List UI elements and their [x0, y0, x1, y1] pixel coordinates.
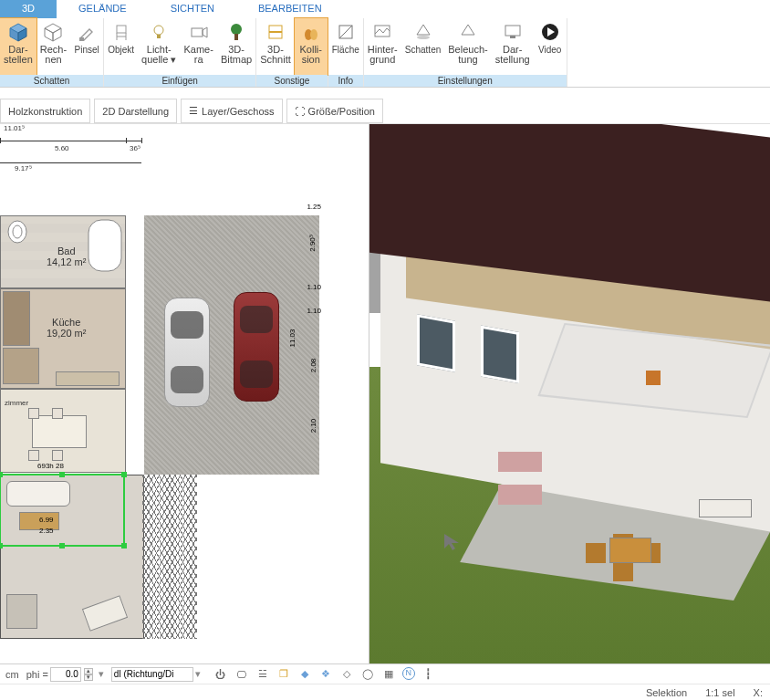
slice-icon	[265, 21, 286, 43]
workspace: 11.01⁵ 5.60 36⁵ 9.17⁵ Bad14,12 m² Küche1…	[0, 124, 770, 663]
layers-icon[interactable]: ☱	[255, 667, 270, 682]
btn-kamera[interactable]: Kame- ra	[180, 18, 216, 75]
dimensions-top: 11.01⁵ 5.60 36⁵ 9.17⁵	[0, 124, 369, 179]
hatch-area	[142, 475, 197, 639]
selection-box[interactable]	[0, 474, 125, 547]
car-silver-icon	[164, 298, 210, 407]
area-icon	[335, 21, 357, 43]
btn-groesse-position[interactable]: ⛶Größe/Position	[286, 99, 383, 123]
btn-lichtquelle[interactable]: Licht- quelle ▾	[138, 18, 180, 75]
dropdown-icon[interactable]: ▾	[99, 668, 104, 680]
tab-bearbeiten[interactable]: BEARBEITEN	[236, 0, 344, 18]
window-icon	[481, 326, 519, 383]
svg-marker-3	[45, 24, 61, 33]
scale-label: 1:1 sel	[705, 687, 734, 698]
shadow-icon	[412, 21, 434, 43]
toilet-icon	[5, 218, 37, 246]
light-icon	[457, 21, 479, 43]
btn-pinsel[interactable]: Pinsel	[70, 18, 103, 75]
btn-flaeche[interactable]: Fläche	[328, 18, 363, 75]
chair-icon	[613, 561, 633, 581]
group-sonstige: 3D- Schnitt Kolli- sion Sonstige	[256, 18, 328, 87]
svg-rect-13	[192, 28, 203, 37]
power-icon[interactable]: ⏻	[213, 667, 228, 682]
btn-holzkonstruktion[interactable]: Holzkonstruktion	[0, 99, 90, 123]
svg-point-11	[154, 26, 163, 35]
secondary-toolbar: Holzkonstruktion 2D Darstellung ☰Layer/G…	[0, 99, 770, 124]
floorplan-view[interactable]: 11.01⁵ 5.60 36⁵ 9.17⁵ Bad14,12 m² Küche1…	[0, 124, 369, 663]
bathtub-icon	[87, 218, 123, 273]
parking-area: 1.25 2.90⁵ 1.10 1.10 2.08 2.10 11.03	[144, 215, 319, 475]
3d-view[interactable]	[369, 124, 770, 663]
chair-icon	[586, 543, 606, 563]
phi-label: phi =	[26, 669, 48, 680]
monitor-icon[interactable]: 🖵	[234, 667, 249, 682]
group-label-einstellungen: Einstellungen	[364, 75, 567, 87]
background-icon	[371, 21, 393, 43]
tree-icon	[225, 21, 247, 43]
cube-outline-icon	[42, 21, 64, 43]
svg-marker-31	[444, 534, 459, 550]
tab-3d[interactable]: 3D	[0, 0, 57, 18]
btn-objekt[interactable]: Objekt	[104, 18, 138, 75]
svg-rect-6	[79, 37, 84, 41]
svg-marker-4	[45, 28, 53, 41]
chair-icon	[110, 21, 132, 43]
btn-layer-geschoss[interactable]: ☰Layer/Geschoss	[181, 99, 282, 123]
phi-input[interactable]	[50, 667, 81, 682]
menu-tabs: 3D GELÄNDE SICHTEN BEARBEITEN	[0, 0, 770, 18]
svg-rect-16	[234, 34, 238, 40]
ribbon: Dar- stellen Rech- nen Pinsel Schatten O…	[0, 18, 770, 88]
svg-point-28	[8, 221, 26, 243]
btn-schatten[interactable]: Schatten	[401, 18, 444, 75]
btn-rechnen[interactable]: Rech- nen	[36, 18, 70, 75]
circle-icon[interactable]: ◯	[360, 667, 375, 682]
statusbar-tools: ⏻ 🖵 ☱ ❐ ◆ ❖ ◇ ◯ ▦ N ┇	[213, 667, 436, 682]
group-label-sonstige: Sonstige	[256, 75, 328, 87]
btn-hintergrund[interactable]: Hinter- grund	[364, 18, 401, 75]
svg-rect-25	[510, 36, 515, 38]
tab-gelaende[interactable]: GELÄNDE	[57, 0, 149, 18]
svg-rect-30	[88, 220, 121, 271]
btn-beleuchtung[interactable]: Beleuch- tung	[444, 18, 491, 75]
svg-marker-5	[53, 28, 61, 41]
brush-icon	[76, 21, 98, 43]
svg-point-15	[231, 24, 242, 35]
btn-2d-darstellung[interactable]: 2D Darstellung	[94, 99, 177, 123]
diamonds-icon[interactable]: ❖	[318, 667, 333, 682]
group-einstellungen: Hinter- grund Schatten Beleuch- tung Dar…	[364, 18, 567, 87]
collision-icon	[300, 21, 322, 43]
diamond-outline-icon[interactable]: ◇	[339, 667, 354, 682]
btn-3d-schnitt[interactable]: 3D- Schnitt	[256, 18, 295, 75]
group-label-einfuegen: Einfügen	[104, 75, 255, 87]
selektion-label: Selektion	[646, 687, 687, 698]
btn-3d-bitmap[interactable]: 3D- Bitmap	[217, 18, 255, 75]
tab-sichten[interactable]: SICHTEN	[149, 0, 236, 18]
status-bar-2: Selektion 1:1 sel X:	[0, 684, 770, 700]
monitor-icon	[502, 21, 524, 43]
btn-video[interactable]: Video	[534, 18, 567, 75]
group-info: Fläche Info	[328, 18, 364, 87]
diamond-icon[interactable]: ◆	[297, 667, 312, 682]
grid-icon[interactable]: ▦	[381, 667, 396, 682]
north-icon[interactable]: N	[402, 667, 415, 680]
dl-input[interactable]	[111, 667, 193, 682]
unit-label: cm	[5, 669, 19, 680]
svg-rect-24	[505, 26, 520, 36]
floorplan-lower: 6.99 2.35	[0, 475, 144, 639]
stack-icon[interactable]: ❐	[276, 667, 291, 682]
btn-kollision[interactable]: Kolli- sion	[295, 18, 328, 75]
dropdown-icon[interactable]: ▾	[195, 668, 201, 680]
group-einfuegen: Objekt Licht- quelle ▾ Kame- ra 3D- Bitm…	[104, 18, 256, 87]
camera-icon	[188, 21, 210, 43]
resize-icon: ⛶	[295, 106, 305, 117]
info-icon[interactable]: ┇	[421, 667, 436, 682]
sofa-icon	[498, 452, 542, 472]
phi-spinner[interactable]: ▲▼	[84, 668, 93, 681]
svg-rect-7	[117, 26, 126, 33]
car-red-icon	[234, 292, 279, 402]
btn-darstellen[interactable]: Dar- stellen	[0, 18, 36, 75]
btn-darstellung[interactable]: Dar- stellung	[492, 18, 534, 75]
status-bar: cm phi = ▲▼ ▾ ▾ ⏻ 🖵 ☱ ❐ ◆ ❖ ◇ ◯ ▦ N ┇	[0, 663, 770, 684]
window-icon	[417, 314, 455, 371]
